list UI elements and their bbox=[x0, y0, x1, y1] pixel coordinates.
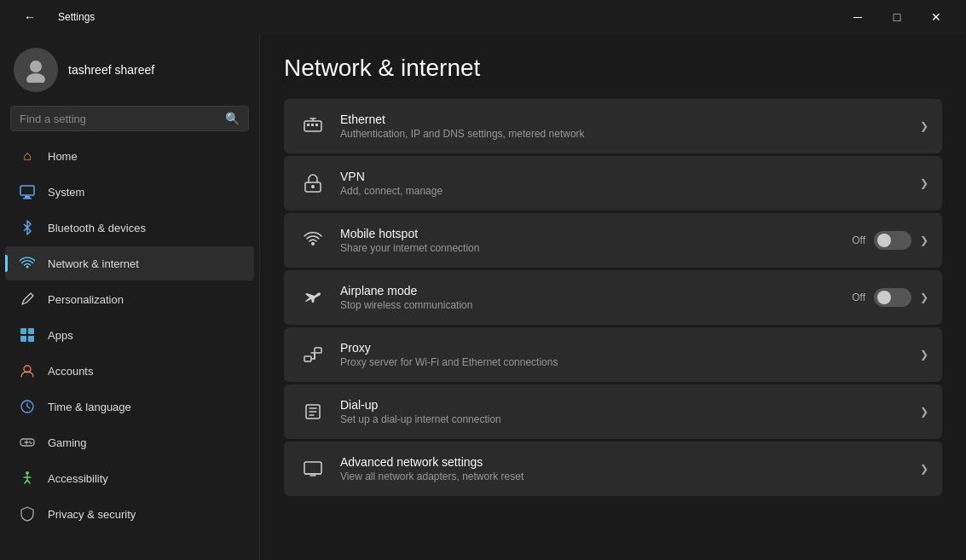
proxy-right: ❯ bbox=[920, 349, 928, 361]
back-button[interactable]: ← bbox=[10, 3, 49, 31]
minimize-button[interactable]: ─ bbox=[838, 3, 877, 31]
nav-label-home: Home bbox=[48, 150, 78, 163]
nav-item-apps[interactable]: Apps bbox=[5, 318, 254, 352]
settings-item-vpn[interactable]: VPN Add, connect, manage ❯ bbox=[284, 156, 942, 211]
nav-label-accessibility: Accessibility bbox=[48, 472, 108, 485]
hotspot-toggle-label: Off bbox=[852, 234, 865, 246]
main-content: Network & internet Ethernet Authenticati… bbox=[260, 34, 966, 560]
avatar bbox=[14, 48, 58, 92]
maximize-button[interactable]: □ bbox=[877, 3, 917, 31]
proxy-chevron: ❯ bbox=[920, 349, 928, 361]
nav-label-apps: Apps bbox=[48, 329, 73, 342]
svg-rect-25 bbox=[304, 462, 321, 474]
page-title: Network & internet bbox=[284, 55, 942, 82]
privacy-icon bbox=[19, 505, 36, 522]
airplane-title: Airplane mode bbox=[340, 284, 852, 297]
nav-label-network: Network & internet bbox=[48, 257, 139, 270]
airplane-toggle-thumb bbox=[877, 291, 891, 304]
nav-label-accounts: Accounts bbox=[48, 365, 93, 378]
hotspot-title: Mobile hotspot bbox=[340, 227, 852, 240]
ethernet-subtitle: Authentication, IP and DNS settings, met… bbox=[340, 128, 920, 140]
nav-label-system: System bbox=[48, 186, 84, 199]
hotspot-toggle-thumb bbox=[877, 234, 891, 247]
home-icon: ⌂ bbox=[19, 147, 36, 165]
user-name: tashreef shareef bbox=[68, 63, 154, 77]
vpn-text: VPN Add, connect, manage bbox=[340, 170, 920, 197]
nav-item-gaming[interactable]: Gaming bbox=[5, 425, 254, 459]
nav-item-bluetooth[interactable]: Bluetooth & devices bbox=[5, 211, 254, 245]
accounts-icon bbox=[19, 362, 36, 379]
network-icon bbox=[19, 255, 36, 272]
hotspot-toggle[interactable] bbox=[874, 231, 911, 250]
system-icon bbox=[19, 183, 36, 200]
personalization-icon bbox=[19, 291, 36, 308]
svg-point-12 bbox=[29, 442, 31, 443]
ethernet-right: ❯ bbox=[920, 120, 928, 132]
airplane-toggle-label: Off bbox=[852, 292, 865, 303]
airplane-text: Airplane mode Stop wireless communicatio… bbox=[340, 284, 852, 311]
svg-rect-3 bbox=[25, 196, 30, 198]
airplane-chevron: ❯ bbox=[920, 292, 928, 303]
nav-item-network[interactable]: Network & internet bbox=[5, 246, 254, 280]
bluetooth-icon bbox=[19, 219, 36, 236]
nav-item-privacy[interactable]: Privacy & security bbox=[5, 497, 254, 531]
svg-rect-18 bbox=[315, 124, 318, 126]
search-box: 🔍 bbox=[10, 106, 249, 131]
proxy-title: Proxy bbox=[340, 341, 920, 355]
nav-item-time[interactable]: Time & language bbox=[5, 390, 254, 424]
svg-point-1 bbox=[26, 73, 45, 83]
apps-icon bbox=[19, 326, 36, 344]
airplane-toggle[interactable] bbox=[874, 288, 911, 307]
titlebar: ← Settings ─ □ ✕ bbox=[0, 0, 966, 34]
advanced-right: ❯ bbox=[920, 463, 928, 475]
settings-item-dialup[interactable]: Dial-up Set up a dial-up internet connec… bbox=[284, 384, 942, 439]
advanced-subtitle: View all network adapters, network reset bbox=[340, 471, 920, 482]
nav-label-bluetooth: Bluetooth & devices bbox=[48, 222, 146, 234]
vpn-subtitle: Add, connect, manage bbox=[340, 185, 920, 197]
app-container: tashreef shareef 🔍 ⌂ Home System bbox=[0, 34, 966, 560]
nav-item-home[interactable]: ⌂ Home bbox=[5, 139, 254, 173]
proxy-text: Proxy Proxy server for Wi-Fi and Etherne… bbox=[340, 341, 920, 368]
nav-item-accounts[interactable]: Accounts bbox=[5, 354, 254, 388]
vpn-icon bbox=[298, 168, 328, 199]
titlebar-left: ← Settings bbox=[10, 3, 95, 31]
ethernet-title: Ethernet bbox=[340, 113, 920, 126]
proxy-icon bbox=[298, 339, 328, 370]
ethernet-chevron: ❯ bbox=[920, 120, 928, 132]
settings-item-proxy[interactable]: Proxy Proxy server for Wi-Fi and Etherne… bbox=[284, 327, 942, 382]
advanced-chevron: ❯ bbox=[920, 463, 928, 475]
dialup-chevron: ❯ bbox=[920, 406, 928, 418]
nav-item-system[interactable]: System bbox=[5, 175, 254, 209]
hotspot-subtitle: Share your internet connection bbox=[340, 242, 852, 254]
nav-item-personalization[interactable]: Personalization bbox=[5, 282, 254, 316]
hotspot-chevron: ❯ bbox=[920, 234, 928, 246]
vpn-chevron: ❯ bbox=[920, 177, 928, 189]
settings-item-hotspot[interactable]: Mobile hotspot Share your internet conne… bbox=[284, 213, 942, 268]
nav-item-accessibility[interactable]: Accessibility bbox=[5, 461, 254, 495]
settings-item-advanced[interactable]: Advanced network settings View all netwo… bbox=[284, 442, 942, 496]
advanced-icon bbox=[298, 453, 328, 484]
close-button[interactable]: ✕ bbox=[917, 3, 956, 31]
settings-item-airplane[interactable]: Airplane mode Stop wireless communicatio… bbox=[284, 270, 942, 325]
advanced-text: Advanced network settings View all netwo… bbox=[340, 455, 920, 482]
search-input[interactable] bbox=[20, 113, 218, 125]
svg-point-14 bbox=[26, 471, 29, 475]
svg-rect-7 bbox=[20, 336, 26, 342]
app-title: Settings bbox=[58, 11, 95, 23]
svg-rect-8 bbox=[28, 336, 34, 342]
svg-rect-17 bbox=[311, 124, 314, 126]
settings-item-ethernet[interactable]: Ethernet Authentication, IP and DNS sett… bbox=[284, 99, 942, 153]
accessibility-icon bbox=[19, 470, 36, 487]
svg-rect-4 bbox=[23, 198, 32, 199]
search-icon: 🔍 bbox=[225, 112, 240, 125]
dialup-icon bbox=[298, 396, 328, 427]
ethernet-text: Ethernet Authentication, IP and DNS sett… bbox=[340, 113, 920, 140]
settings-list: Ethernet Authentication, IP and DNS sett… bbox=[284, 99, 942, 496]
search-container: 🔍 bbox=[0, 102, 259, 138]
user-profile[interactable]: tashreef shareef bbox=[0, 34, 259, 102]
hotspot-text: Mobile hotspot Share your internet conne… bbox=[340, 227, 852, 254]
svg-rect-2 bbox=[20, 186, 34, 195]
dialup-subtitle: Set up a dial-up internet connection bbox=[340, 413, 920, 425]
airplane-subtitle: Stop wireless communication bbox=[340, 299, 852, 311]
airplane-right: Off ❯ bbox=[852, 288, 928, 307]
